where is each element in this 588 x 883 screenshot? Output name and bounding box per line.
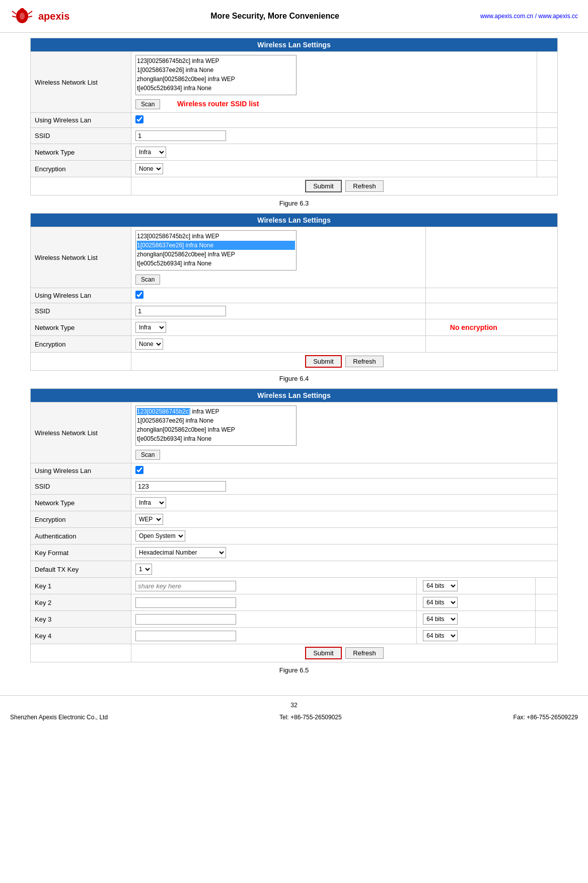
fig3-submit-button[interactable]: Submit [305,180,341,192]
fig5-key4-bits-select[interactable]: 64 bits 128 bits [423,630,458,641]
fig4-submit-button[interactable]: Submit [305,355,341,368]
fig3-net-item-1[interactable]: 123[002586745b2c] infra WEP [137,56,295,65]
fig5-key3-row: Key 3 64 bits 128 bits [31,611,558,628]
fig4-refresh-button[interactable]: Refresh [345,356,384,367]
fig4-annotation-cell [425,227,557,288]
fig5-highlight-span: 123[002586745b2c] [137,408,190,415]
fig5-network-type-label: Network Type [31,495,131,511]
fig5-key3-bits: 64 bits 128 bits [417,611,535,628]
fig3-net-item-3[interactable]: zhonglian[0025862c0bee] infra WEP [137,75,295,84]
fig5-key3-label: Key 3 [31,611,131,628]
fig4-net-item-4[interactable]: t[e005c52b6934] infra None [137,259,295,268]
fig4-caption: Figure 6.4 [30,375,558,382]
fig5-table: Wireless Lan Settings Wireless Network L… [30,388,558,662]
fig5-auth-value: Open System Shared Key [131,528,558,545]
fig5-caption: Figure 6.5 [30,666,558,674]
fig4-network-type-row: Network Type Infra Adhoc No encryption [31,319,558,336]
fig5-default-tx-key-select[interactable]: 1 2 3 4 [135,564,152,575]
brand-name: apexis [38,11,69,22]
fig4-ssid-value [131,303,426,319]
fig4-using-wireless-label: Using Wireless Lan [31,288,131,303]
fig5-net-item-3[interactable]: zhonglian[0025862c0bee] infra WEP [137,425,295,434]
fig3-network-list-value: 123[002586745b2c] infra WEP 1[00258637ee… [131,52,537,113]
fig5-key4-value [131,628,417,644]
header-title: More Security, More Convenience [69,12,480,21]
fig5-key2-bits-select[interactable]: 64 bits 128 bits [423,597,458,608]
fig5-key4-input[interactable] [135,631,236,641]
fig5-scan-button[interactable]: Scan [135,450,160,460]
fig5-key3-bits-select[interactable]: 64 bits 128 bits [423,614,458,625]
fig3-encryption-select[interactable]: None WEP [135,163,163,174]
fig4-annotation: No encryption [450,323,497,331]
fig4-using-wireless-checkbox[interactable] [135,291,143,299]
link-apexis-cc[interactable]: www.apexis.cc [538,13,578,20]
svg-point-1 [20,8,25,13]
fig3-refresh-button[interactable]: Refresh [345,180,384,192]
fig3-caption: Figure 6.3 [30,199,558,207]
fig5-ssid-value [131,479,558,495]
fig5-key3-input[interactable] [135,614,236,625]
fig3-network-type-select[interactable]: Infra Adhoc [135,147,166,158]
fig5-network-type-select[interactable]: Infra Adhoc [135,497,166,508]
fig3-net-item-4[interactable]: t[e005c52b6934] infra None [137,84,295,93]
fig3-network-list-extra [537,52,558,113]
svg-point-6 [20,13,25,20]
fig5-auth-select[interactable]: Open System Shared Key [135,530,185,541]
footer-tel: Tel: +86-755-26509025 [279,714,342,721]
svg-line-5 [28,16,32,17]
svg-line-2 [12,11,16,14]
fig3-using-wireless-value [131,113,537,128]
fig4-net-item-3[interactable]: zhonglian[0025862c0bee] infra WEP [137,250,295,259]
fig5-key-format-select[interactable]: Hexadecimal Number ASCII [135,547,226,558]
fig3-ssid-input[interactable] [135,130,226,141]
fig3-encryption-row: Encryption None WEP [31,161,558,177]
fig5-using-wireless-label: Using Wireless Lan [31,463,131,479]
fig5-network-list-row: Wireless Network List 123[002586745b2c] … [31,402,558,463]
fig3-title: Wireless Lan Settings [31,38,558,52]
fig4-network-type-value: Infra Adhoc [131,319,426,336]
fig3-net-item-2[interactable]: 1[00258637ee26] infra None [137,65,295,75]
fig4-ssid-row: SSID [31,303,558,319]
fig4-encryption-select[interactable]: None WEP [135,338,163,350]
fig4-net-item-2[interactable]: 1[00258637ee26] infra None [137,241,295,250]
fig5-refresh-button[interactable]: Refresh [345,647,384,659]
fig5-net-item-4[interactable]: t[e005c52b6934] infra None [137,434,295,443]
fig4-network-type-select[interactable]: Infra Adhoc [135,322,166,333]
fig4-title: Wireless Lan Settings [31,214,558,227]
fig5-net-item-1[interactable]: 123[002586745b2c] infra WEP [137,407,295,416]
fig4-ssid-label: SSID [31,303,131,319]
fig4-network-list-value: 123[002586745b2c] infra WEP 1[00258637ee… [131,227,426,288]
fig4-net-item-1[interactable]: 123[002586745b2c] infra WEP [137,232,295,241]
page-number: 32 [10,700,578,711]
fig5-ssid-input[interactable] [135,481,226,492]
fig4-network-list-box[interactable]: 123[002586745b2c] infra WEP 1[00258637ee… [135,230,297,270]
fig5-key1-input[interactable] [135,581,236,591]
fig5-network-list-box[interactable]: 123[002586745b2c] infra WEP 1[00258637ee… [135,405,297,446]
fig3-using-wireless-checkbox[interactable] [135,115,143,123]
footer-main: Shenzhen Apexis Electronic Co., Ltd Tel:… [10,711,578,724]
fig3-ssid-label: SSID [31,128,131,144]
fig5-auth-label: Authentication [31,528,131,545]
fig5-submit-button[interactable]: Submit [305,647,341,659]
fig5-net-item-2[interactable]: 1[00258637ee26] infra None [137,416,295,425]
fig5-using-wireless-checkbox[interactable] [135,466,143,474]
fig5-network-list-label: Wireless Network List [31,402,131,463]
fig5-btn-row: Submit Refresh [31,644,558,662]
fig3-btn-cell: Submit Refresh [131,177,558,195]
fig3-table: Wireless Lan Settings Wireless Network L… [30,38,558,195]
fig5-key2-input[interactable] [135,597,236,608]
fig4-network-type-label: Network Type [31,319,131,336]
fig4-ssid-input[interactable] [135,306,226,316]
fig3-scan-button[interactable]: Scan [135,99,160,109]
fig5-ssid-label: SSID [31,479,131,495]
fig5-encryption-label: Encryption [31,511,131,528]
fig5-encryption-select[interactable]: WEP None [135,514,163,525]
fig3-network-list-box[interactable]: 123[002586745b2c] infra WEP 1[00258637ee… [135,55,297,95]
fig5-auth-row: Authentication Open System Shared Key [31,528,558,545]
fig5-default-tx-key-value: 1 2 3 4 [131,561,558,578]
fig5-key1-bits-select[interactable]: 64 bits 128 bits [423,580,458,591]
link-apexis-cn[interactable]: www.apexis.com.cn [480,13,533,20]
fig3-network-list-row: Wireless Network List 123[002586745b2c] … [31,52,558,113]
footer-company: Shenzhen Apexis Electronic Co., Ltd [10,714,108,721]
fig4-scan-button[interactable]: Scan [135,275,160,285]
